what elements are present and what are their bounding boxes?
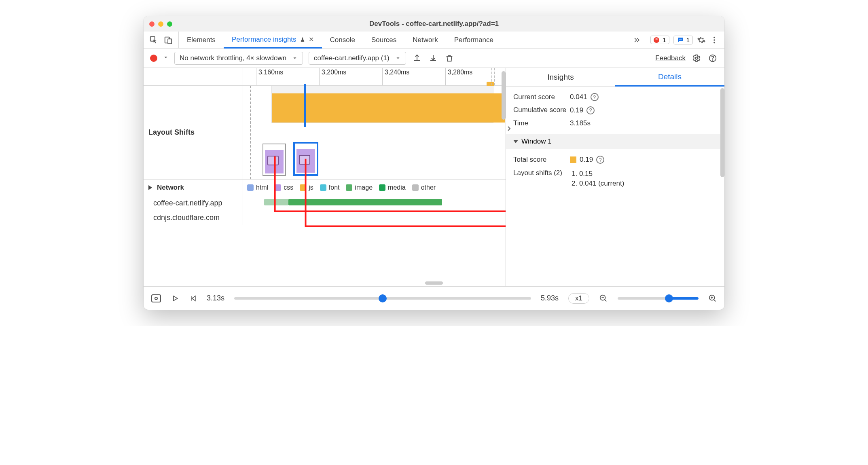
network-header[interactable]: Network	[144, 180, 243, 196]
legend-js[interactable]: js	[300, 184, 313, 191]
minimize-window-button[interactable]	[158, 21, 163, 27]
export-icon[interactable]	[412, 53, 422, 63]
gear-icon[interactable]	[697, 36, 706, 44]
tab-label: Console	[330, 36, 355, 44]
close-icon[interactable]: ✕	[309, 36, 314, 43]
device-toggle-icon[interactable]	[164, 36, 173, 44]
score-chip	[570, 156, 576, 163]
network-host-row[interactable]: coffee-cart.netlify.app	[144, 196, 506, 210]
shift-item[interactable]: 1. 0.15	[572, 169, 624, 179]
more-tabs-chevron[interactable]	[629, 32, 645, 48]
screenshot-toggle-icon[interactable]	[151, 294, 161, 303]
import-icon[interactable]	[428, 53, 438, 63]
network-host-list: coffee-cart.netlify.app cdnjs.cloudflare…	[144, 196, 506, 225]
help-icon[interactable]: ?	[596, 156, 604, 164]
tab-sources[interactable]: Sources	[363, 32, 404, 48]
tick: 3,240ms	[382, 68, 411, 85]
record-button[interactable]	[150, 55, 157, 62]
legend-image[interactable]: image	[346, 184, 373, 191]
layout-shift-thumbnail-selected[interactable]	[293, 142, 318, 176]
range-edge	[250, 86, 251, 179]
network-legend: html css js font image media other	[243, 180, 506, 196]
titlebar: DevTools - coffee-cart.netlify.app/?ad=1	[144, 16, 724, 32]
error-badge[interactable]: 1	[650, 36, 669, 44]
delete-icon[interactable]	[444, 53, 455, 63]
value: 3.185s	[570, 119, 591, 127]
layout-shift-thumbnail[interactable]	[263, 144, 286, 176]
tab-elements[interactable]: Elements	[179, 32, 224, 48]
svg-rect-3	[679, 39, 682, 40]
network-header-row: Network html css js font image media oth…	[144, 180, 506, 196]
close-window-button[interactable]	[149, 21, 155, 27]
svg-rect-2	[168, 39, 171, 44]
svg-point-7	[695, 57, 698, 59]
help-icon[interactable]: ?	[586, 106, 595, 114]
zoom-out-icon[interactable]	[599, 294, 608, 303]
maximize-window-button[interactable]	[167, 21, 172, 27]
zoom-in-icon[interactable]	[708, 294, 717, 303]
help-icon[interactable]: ?	[591, 93, 599, 101]
tab-console[interactable]: Console	[322, 32, 363, 48]
value: 0.19	[570, 106, 583, 114]
flask-icon	[300, 37, 305, 42]
svg-point-6	[713, 42, 715, 43]
speed-button[interactable]: x1	[568, 293, 589, 304]
value: 0.041	[570, 93, 587, 101]
caret-down-icon	[513, 140, 518, 143]
layout-shifts-track[interactable]	[243, 86, 506, 179]
help-icon[interactable]	[707, 53, 718, 63]
tab-insights[interactable]: Insights	[506, 68, 615, 86]
tab-details[interactable]: Details	[615, 68, 724, 87]
inspect-icon[interactable]	[149, 36, 158, 44]
window-title: DevTools - coffee-cart.netlify.app/?ad=1	[144, 20, 724, 28]
playback-bar: 3.13s 5.93s x1	[144, 286, 724, 310]
legend-font[interactable]: font	[320, 184, 340, 191]
row-label: Layout Shifts	[144, 86, 243, 179]
chevron-down-icon	[292, 55, 298, 61]
time-slider[interactable]	[234, 297, 531, 300]
horizontal-scrollbar[interactable]	[144, 280, 724, 286]
play-icon[interactable]	[171, 294, 179, 302]
window-section-header[interactable]: Window 1	[506, 134, 724, 149]
tab-performance-insights[interactable]: Performance insights ✕	[224, 32, 322, 49]
legend-media[interactable]: media	[379, 184, 406, 191]
rewind-icon[interactable]	[189, 294, 197, 302]
feedback-link[interactable]: Feedback	[655, 54, 686, 62]
ruler-track[interactable]: 3,160ms 3,200ms 3,240ms 3,280ms	[243, 68, 506, 85]
tab-performance[interactable]: Performance	[446, 32, 502, 48]
tick: 3,200ms	[319, 68, 348, 85]
vertical-scrollbar[interactable]	[720, 87, 724, 184]
throttling-dropdown[interactable]: No network throttling, 4× slowdown	[174, 52, 303, 65]
error-count: 1	[663, 36, 666, 43]
legend-other[interactable]: other	[412, 184, 436, 191]
error-icon	[654, 37, 659, 43]
svg-point-5	[713, 39, 715, 41]
recording-dropdown[interactable]: coffee-cart.netlify.app (1)	[309, 52, 406, 65]
tick: 3,280ms	[445, 68, 474, 85]
tabs: Elements Performance insights ✕ Console …	[179, 32, 629, 48]
legend-css[interactable]: css	[275, 184, 293, 191]
zoom-slider[interactable]	[618, 297, 699, 300]
collapse-panel-button[interactable]	[506, 120, 512, 137]
shift-item[interactable]: 2. 0.041 (current)	[572, 179, 624, 188]
network-host-label: cdnjs.cloudflare.com	[144, 210, 243, 225]
kebab-icon[interactable]	[710, 36, 719, 44]
legend-html[interactable]: html	[247, 184, 268, 191]
tab-network[interactable]: Network	[404, 32, 446, 48]
selected-shift-marker	[304, 84, 306, 127]
label: Current score	[513, 93, 570, 101]
network-host-row[interactable]: cdnjs.cloudflare.com	[144, 210, 506, 225]
window-controls	[149, 21, 172, 27]
vertical-scrollbar[interactable]	[501, 70, 506, 285]
issues-badge[interactable]: 1	[673, 36, 693, 44]
timeline-panel: 3,160ms 3,200ms 3,240ms 3,280ms Layout S…	[144, 68, 506, 286]
tab-label: Performance insights	[232, 36, 296, 44]
right-tabs: Insights Details	[506, 68, 724, 87]
tab-label: Elements	[187, 36, 216, 44]
record-options-caret[interactable]	[163, 55, 169, 62]
insights-toolbar: No network throttling, 4× slowdown coffe…	[144, 49, 724, 68]
panel-gear-icon[interactable]	[691, 53, 702, 63]
recording-label: coffee-cart.netlify.app (1)	[314, 54, 389, 62]
value: 0.19	[580, 156, 593, 164]
range-edge	[491, 68, 492, 85]
